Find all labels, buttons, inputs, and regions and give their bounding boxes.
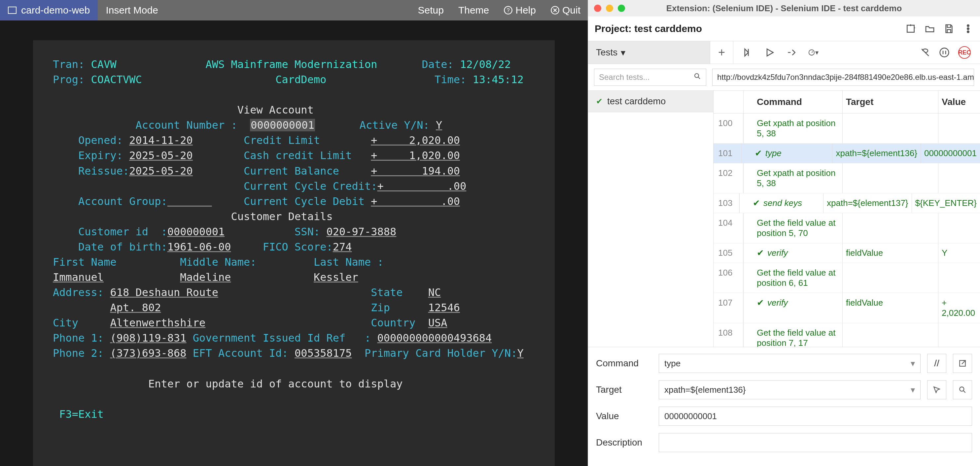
test-item[interactable]: ✔ test carddemo [588, 91, 713, 112]
opened-value[interactable]: 2014-11-20 [129, 134, 193, 147]
cyc-credit-value[interactable]: + .00 [377, 180, 466, 192]
theme-menu[interactable]: Theme [451, 5, 496, 16]
close-icon [550, 6, 560, 15]
cyc-debit-label: Current Cycle Debit [244, 195, 364, 208]
detail-command-input[interactable]: type ▾ [659, 354, 921, 373]
step-row[interactable]: 104Get the field value at position 5, 70 [714, 213, 980, 243]
base-url-input[interactable]: http://bovdzk4z5fdu7on3nndac3pije-284f88… [712, 69, 974, 86]
select-target-button[interactable] [927, 380, 946, 399]
primary-value[interactable]: Y [517, 347, 523, 360]
acctgrp-value[interactable] [167, 195, 212, 208]
opened-label: Opened: [78, 134, 123, 147]
open-folder-icon[interactable] [924, 24, 935, 34]
step-number: 103 [714, 193, 739, 213]
fico-value[interactable]: 274 [333, 241, 352, 253]
city-value[interactable]: Altenwerthshire [110, 317, 205, 329]
step-icon[interactable] [786, 47, 797, 58]
step-row[interactable]: 105✔verifyfieldValueY [714, 243, 980, 263]
step-command: Get xpath at position 5, 38 [757, 118, 839, 139]
eft-label: EFT Account Id: [193, 347, 288, 360]
mname-value[interactable]: Madeline [180, 271, 231, 284]
disable-breakpoints-icon[interactable] [920, 47, 931, 58]
open-reference-button[interactable] [953, 354, 972, 373]
step-target: fieldValue [842, 293, 938, 323]
step-command: ✔verify [757, 248, 839, 258]
curbal-value[interactable]: + 194.00 [371, 165, 460, 177]
fname-value[interactable]: Immanuel [53, 271, 104, 284]
dob-value[interactable]: 1961-06-00 [167, 241, 231, 253]
help-menu[interactable]: ? Help [496, 5, 543, 16]
selenium-ide-window: Extension: (Selenium IDE) - Selenium IDE… [588, 0, 980, 466]
step-value [938, 163, 980, 193]
ssn-label: SSN: [294, 225, 320, 238]
step-row[interactable]: 103✔send keysxpath=${element137}${KEY_EN… [714, 193, 980, 213]
project-bar: Project: test carddemo [588, 16, 980, 41]
credlim-value[interactable]: + 2,020.00 [371, 134, 460, 147]
addr-line1[interactable]: 618 Deshaun Route [110, 286, 218, 299]
zip-value[interactable]: 12546 [428, 301, 460, 314]
state-value[interactable]: NC [428, 286, 441, 299]
step-row[interactable]: 108Get the field value at position 7, 17 [714, 323, 980, 347]
record-button[interactable]: REC [958, 46, 971, 59]
active-value[interactable]: Y [436, 119, 442, 132]
step-row[interactable]: 102Get xpath at position 5, 38 [714, 163, 980, 193]
phone2-value[interactable]: (373)693-868 [110, 347, 186, 360]
find-target-button[interactable] [953, 380, 972, 399]
step-target: fieldValue [842, 243, 938, 263]
pause-icon[interactable] [939, 47, 950, 58]
acctno-value[interactable]: 0000000001 [250, 119, 315, 132]
cashlim-value[interactable]: + 1,020.00 [371, 149, 460, 162]
quit-menu[interactable]: Quit [543, 5, 588, 16]
tests-dropdown[interactable]: Tests ▾ [588, 41, 710, 64]
run-icon[interactable] [764, 47, 775, 58]
addr-label: Address: [53, 286, 104, 299]
window-titlebar: Extension: (Selenium IDE) - Selenium IDE… [588, 0, 980, 16]
step-row[interactable]: 101✔typexpath=${element136}00000000001 [714, 144, 980, 163]
govid-label: Government Issued Id Ref : [193, 332, 371, 344]
state-label: State [371, 286, 402, 299]
more-menu-icon[interactable] [963, 24, 974, 34]
detail-target-input[interactable]: xpath=${element136} ▾ [659, 380, 921, 399]
primary-label: Primary Card Holder Y/N: [364, 347, 517, 360]
detail-desc-input[interactable] [659, 433, 972, 452]
run-all-icon[interactable] [743, 47, 753, 58]
step-target [842, 323, 938, 347]
expiry-value[interactable]: 2025-05-20 [129, 149, 193, 162]
terminal-screen[interactable]: Tran: CAVW AWS Mainframe Modernization D… [33, 40, 555, 466]
custid-value[interactable]: 000000001 [167, 225, 224, 238]
svg-point-6 [967, 31, 969, 33]
eft-value[interactable]: 005358175 [294, 347, 352, 360]
step-target [842, 163, 938, 193]
step-row[interactable]: 100Get xpath at position 5, 38 [714, 114, 980, 144]
toggle-command-button[interactable]: // [927, 354, 946, 373]
country-value[interactable]: USA [428, 317, 447, 329]
lname-value[interactable]: Kessler [314, 271, 358, 284]
add-test-button[interactable]: + [710, 41, 733, 64]
svg-point-11 [959, 387, 964, 391]
setup-menu[interactable]: Setup [410, 5, 451, 16]
step-value [938, 323, 980, 347]
addr-line2[interactable]: Apt. 802 [110, 301, 161, 314]
step-value: Y [938, 243, 980, 263]
cyc-debit-value[interactable]: + .00 [371, 195, 460, 208]
step-number: 108 [714, 323, 743, 347]
speed-icon[interactable]: ▾ [808, 47, 819, 58]
new-window-icon[interactable] [905, 24, 916, 34]
phone1-value[interactable]: (908)119-831 [110, 332, 186, 344]
detail-command-label: Command [596, 358, 652, 369]
steps-body[interactable]: 100Get xpath at position 5, 38101✔typexp… [714, 114, 980, 347]
step-row[interactable]: 106Get the field value at position 6, 61 [714, 263, 980, 293]
ssn-value[interactable]: 020-97-3888 [326, 225, 396, 238]
govid-value[interactable]: 000000000000493684 [377, 332, 492, 344]
window-title: Extension: (Selenium IDE) - Selenium IDE… [588, 3, 980, 14]
reissue-value[interactable]: 2025-05-20 [129, 165, 193, 177]
step-row[interactable]: 107✔verifyfieldValue+ 2,020.00 [714, 293, 980, 323]
step-command: ✔send keys [753, 198, 820, 208]
fico-label: FICO Score: [263, 241, 333, 253]
svg-rect-3 [907, 25, 914, 32]
search-tests-input[interactable]: Search tests... [594, 69, 706, 86]
detail-value-input[interactable]: 00000000001 [659, 407, 972, 426]
save-icon[interactable] [944, 24, 954, 34]
terminal-title-text: card-demo-web [21, 5, 90, 16]
terminal-title[interactable]: card-demo-web [0, 0, 98, 21]
